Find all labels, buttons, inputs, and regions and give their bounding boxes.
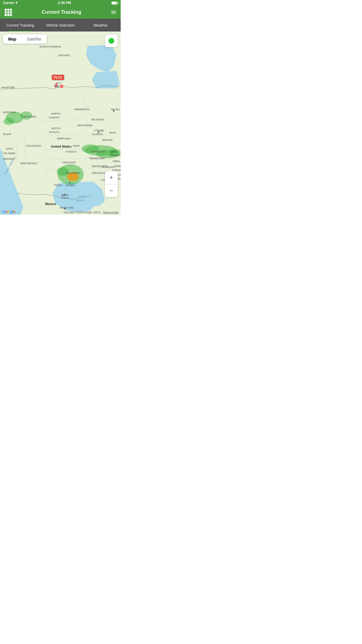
svg-point-1 [93,53,114,68]
zoom-out-button[interactable]: − [105,184,118,197]
header-title: Current Tracking [42,9,81,15]
svg-point-84 [63,195,64,196]
svg-text:INDIANA: INDIANA [102,139,113,141]
google-logo: Google [2,209,15,214]
svg-text:VIRGINIA: VIRGINIA [109,154,121,157]
svg-text:Las Vegas: Las Vegas [3,152,15,155]
satellite-button[interactable]: Satellite [22,34,47,44]
svg-text:MICHIGAN: MICHIGAN [91,118,104,121]
svg-point-79 [69,182,71,183]
svg-text:OHIO: OHIO [109,131,116,134]
svg-text:ONTARIO: ONTARIO [58,54,70,57]
svg-text:WISCONSIN: WISCONSIN [77,124,92,127]
battery-icon [111,1,118,5]
terms-of-use[interactable]: Terms of Use [103,211,118,214]
svg-text:IDAHO: IDAHO [3,133,11,136]
svg-text:NORTH: NORTH [51,112,60,115]
svg-text:MISSISSIPPI: MISSISSIPPI [92,165,108,168]
svg-text:SOUTH: SOUTH [51,127,61,130]
svg-text:MISSOURI: MISSOURI [63,161,76,164]
svg-text:WYOMING: WYOMING [23,115,36,118]
map-button[interactable]: Map [3,34,22,44]
svg-text:NORTH: NORTH [114,165,121,168]
time-label: 2:30 PM [58,1,71,5]
svg-text:Toronto: Toronto [111,108,120,111]
map-background: SASKATCHEWAN MANITOBA ONTARIO MONTANA ID… [0,32,121,215]
zoom-in-button[interactable]: + [105,171,118,184]
svg-text:NEW MEXICO: NEW MEXICO [20,162,38,165]
svg-text:WEST: WEST [111,150,119,153]
map-attribution: Map data ©2020 Google, INEGI Terms of Us… [64,211,118,214]
battery-fill [112,2,117,4]
svg-point-25 [3,118,14,125]
svg-text:MINNESOTA: MINNESOTA [74,108,90,111]
mail-icon[interactable]: ✉ [111,9,116,16]
svg-text:ILLINOIS: ILLINOIS [92,133,103,136]
svg-text:DAKOTA: DAKOTA [49,131,59,134]
svg-text:NEBRASKA: NEBRASKA [57,137,71,140]
svg-text:Dallas: Dallas [61,193,69,196]
svg-text:UTAH: UTAH [6,147,13,150]
status-left: Carrier ▾̈ [3,1,17,5]
status-indicator[interactable] [105,34,118,47]
vehicle-marker[interactable]: PLS1 🚛 ■ [52,75,64,88]
map-container[interactable]: SASKATCHEWAN MANITOBA ONTARIO MONTANA ID… [0,32,121,215]
map-satellite-toggle: Map Satellite [3,34,47,44]
svg-text:Mexico: Mexico [45,202,56,206]
svg-text:MONTANA: MONTANA [3,111,16,114]
svg-text:United States: United States [51,145,71,148]
svg-text:Chicago: Chicago [94,129,104,132]
svg-text:Mexico City: Mexico City [60,206,73,209]
svg-text:IOWA: IOWA [73,144,80,147]
vehicle-label: PLS1 [52,75,64,80]
svg-text:TENNESSEE: TENNESSEE [89,157,105,160]
svg-text:COLORADO: COLORADO [26,144,41,147]
tab-current-tracking[interactable]: Current Tracking [0,19,40,32]
svg-text:DAKOTA: DAKOTA [49,116,59,119]
svg-text:OKLAHOMA: OKLAHOMA [66,172,80,174]
wifi-icon: ▾̈ [16,1,17,5]
svg-text:KENTUCKY: KENTUCKY [91,150,106,153]
svg-text:Houston: Houston [66,184,75,187]
svg-text:ARKANSAS: ARKANSAS [92,172,106,174]
carrier-label: Carrier [3,1,14,5]
svg-text:Mexico: Mexico [76,199,85,202]
tab-bar: Current Tracking Vehicle Selection Weath… [0,19,121,32]
status-bar: Carrier ▾̈ 2:30 PM [0,0,121,6]
tab-weather[interactable]: Weather [80,19,121,32]
zoom-controls: + − [105,171,118,197]
svg-text:SASKATCHEWAN: SASKATCHEWAN [39,45,61,48]
svg-text:MANITOBA: MANITOBA [1,86,15,89]
status-green-dot [108,38,114,44]
svg-text:KANSAS: KANSAS [66,150,76,153]
grid-menu-icon[interactable] [5,9,12,16]
svg-text:VIRGI...: VIRGI... [113,160,121,163]
app-header: Current Tracking ✉ [0,6,121,19]
svg-text:TEXAS: TEXAS [54,184,63,187]
tab-vehicle-selection[interactable]: Vehicle Selection [40,19,80,32]
